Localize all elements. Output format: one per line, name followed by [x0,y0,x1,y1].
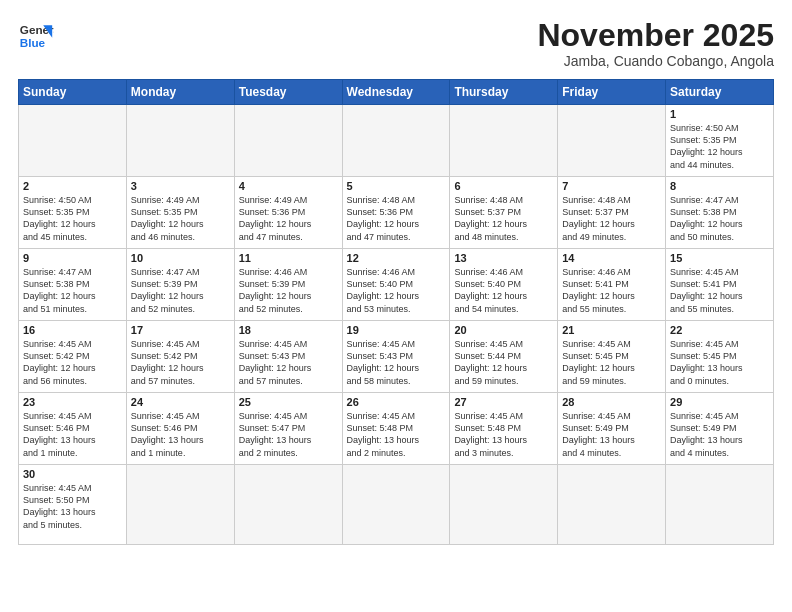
day-detail: Sunrise: 4:46 AM Sunset: 5:40 PM Dayligh… [347,266,446,315]
day-number: 19 [347,324,446,336]
header-sunday: Sunday [19,80,127,105]
day-detail: Sunrise: 4:45 AM Sunset: 5:45 PM Dayligh… [562,338,661,387]
day-number: 20 [454,324,553,336]
day-detail: Sunrise: 4:49 AM Sunset: 5:35 PM Dayligh… [131,194,230,243]
day-detail: Sunrise: 4:46 AM Sunset: 5:39 PM Dayligh… [239,266,338,315]
calendar-cell: 15Sunrise: 4:45 AM Sunset: 5:41 PM Dayli… [666,249,774,321]
day-number: 16 [23,324,122,336]
calendar-cell: 6Sunrise: 4:48 AM Sunset: 5:37 PM Daylig… [450,177,558,249]
calendar-cell: 20Sunrise: 4:45 AM Sunset: 5:44 PM Dayli… [450,321,558,393]
day-detail: Sunrise: 4:46 AM Sunset: 5:41 PM Dayligh… [562,266,661,315]
day-detail: Sunrise: 4:45 AM Sunset: 5:44 PM Dayligh… [454,338,553,387]
day-detail: Sunrise: 4:46 AM Sunset: 5:40 PM Dayligh… [454,266,553,315]
calendar-cell: 17Sunrise: 4:45 AM Sunset: 5:42 PM Dayli… [126,321,234,393]
calendar-cell: 9Sunrise: 4:47 AM Sunset: 5:38 PM Daylig… [19,249,127,321]
calendar-cell: 30Sunrise: 4:45 AM Sunset: 5:50 PM Dayli… [19,465,127,545]
calendar-cell: 29Sunrise: 4:45 AM Sunset: 5:49 PM Dayli… [666,393,774,465]
day-detail: Sunrise: 4:47 AM Sunset: 5:38 PM Dayligh… [23,266,122,315]
calendar-cell [666,465,774,545]
calendar-cell: 27Sunrise: 4:45 AM Sunset: 5:48 PM Dayli… [450,393,558,465]
calendar-cell: 24Sunrise: 4:45 AM Sunset: 5:46 PM Dayli… [126,393,234,465]
svg-text:Blue: Blue [20,36,46,49]
calendar-cell [234,465,342,545]
day-detail: Sunrise: 4:45 AM Sunset: 5:48 PM Dayligh… [454,410,553,459]
day-detail: Sunrise: 4:47 AM Sunset: 5:39 PM Dayligh… [131,266,230,315]
calendar-cell [234,105,342,177]
calendar-cell [342,465,450,545]
calendar-cell: 4Sunrise: 4:49 AM Sunset: 5:36 PM Daylig… [234,177,342,249]
day-number: 10 [131,252,230,264]
days-header-row: Sunday Monday Tuesday Wednesday Thursday… [19,80,774,105]
calendar-cell: 5Sunrise: 4:48 AM Sunset: 5:36 PM Daylig… [342,177,450,249]
title-block: November 2025 Jamba, Cuando Cobango, Ang… [537,18,774,69]
day-detail: Sunrise: 4:45 AM Sunset: 5:43 PM Dayligh… [347,338,446,387]
day-number: 27 [454,396,553,408]
header: General Blue November 2025 Jamba, Cuando… [18,18,774,69]
calendar-cell [450,105,558,177]
month-title: November 2025 [537,18,774,53]
day-detail: Sunrise: 4:45 AM Sunset: 5:45 PM Dayligh… [670,338,769,387]
day-detail: Sunrise: 4:48 AM Sunset: 5:36 PM Dayligh… [347,194,446,243]
header-monday: Monday [126,80,234,105]
day-detail: Sunrise: 4:48 AM Sunset: 5:37 PM Dayligh… [454,194,553,243]
day-detail: Sunrise: 4:48 AM Sunset: 5:37 PM Dayligh… [562,194,661,243]
calendar-cell: 28Sunrise: 4:45 AM Sunset: 5:49 PM Dayli… [558,393,666,465]
calendar-cell: 8Sunrise: 4:47 AM Sunset: 5:38 PM Daylig… [666,177,774,249]
day-detail: Sunrise: 4:45 AM Sunset: 5:47 PM Dayligh… [239,410,338,459]
calendar-cell: 19Sunrise: 4:45 AM Sunset: 5:43 PM Dayli… [342,321,450,393]
calendar-cell: 13Sunrise: 4:46 AM Sunset: 5:40 PM Dayli… [450,249,558,321]
calendar-table: Sunday Monday Tuesday Wednesday Thursday… [18,79,774,545]
day-number: 25 [239,396,338,408]
subtitle: Jamba, Cuando Cobango, Angola [537,53,774,69]
day-number: 7 [562,180,661,192]
calendar-cell: 2Sunrise: 4:50 AM Sunset: 5:35 PM Daylig… [19,177,127,249]
day-number: 23 [23,396,122,408]
day-number: 24 [131,396,230,408]
day-number: 9 [23,252,122,264]
day-number: 8 [670,180,769,192]
header-thursday: Thursday [450,80,558,105]
calendar-cell: 1Sunrise: 4:50 AM Sunset: 5:35 PM Daylig… [666,105,774,177]
calendar-cell [19,105,127,177]
logo: General Blue [18,18,54,54]
calendar-cell: 21Sunrise: 4:45 AM Sunset: 5:45 PM Dayli… [558,321,666,393]
day-number: 17 [131,324,230,336]
day-number: 4 [239,180,338,192]
calendar-cell: 22Sunrise: 4:45 AM Sunset: 5:45 PM Dayli… [666,321,774,393]
day-detail: Sunrise: 4:45 AM Sunset: 5:43 PM Dayligh… [239,338,338,387]
day-number: 29 [670,396,769,408]
calendar-cell: 23Sunrise: 4:45 AM Sunset: 5:46 PM Dayli… [19,393,127,465]
calendar-cell [558,105,666,177]
day-detail: Sunrise: 4:45 AM Sunset: 5:48 PM Dayligh… [347,410,446,459]
calendar-cell: 10Sunrise: 4:47 AM Sunset: 5:39 PM Dayli… [126,249,234,321]
header-saturday: Saturday [666,80,774,105]
calendar-cell [126,465,234,545]
calendar-cell: 18Sunrise: 4:45 AM Sunset: 5:43 PM Dayli… [234,321,342,393]
calendar-cell: 11Sunrise: 4:46 AM Sunset: 5:39 PM Dayli… [234,249,342,321]
day-number: 15 [670,252,769,264]
page: General Blue November 2025 Jamba, Cuando… [0,0,792,612]
calendar-cell: 12Sunrise: 4:46 AM Sunset: 5:40 PM Dayli… [342,249,450,321]
calendar-cell: 25Sunrise: 4:45 AM Sunset: 5:47 PM Dayli… [234,393,342,465]
header-wednesday: Wednesday [342,80,450,105]
calendar-cell: 26Sunrise: 4:45 AM Sunset: 5:48 PM Dayli… [342,393,450,465]
calendar-cell [450,465,558,545]
day-number: 2 [23,180,122,192]
calendar-cell: 3Sunrise: 4:49 AM Sunset: 5:35 PM Daylig… [126,177,234,249]
header-friday: Friday [558,80,666,105]
day-number: 3 [131,180,230,192]
logo-icon: General Blue [18,18,54,54]
day-number: 5 [347,180,446,192]
day-detail: Sunrise: 4:45 AM Sunset: 5:42 PM Dayligh… [23,338,122,387]
day-number: 18 [239,324,338,336]
day-number: 30 [23,468,122,480]
day-detail: Sunrise: 4:45 AM Sunset: 5:46 PM Dayligh… [131,410,230,459]
calendar-cell [558,465,666,545]
day-detail: Sunrise: 4:45 AM Sunset: 5:46 PM Dayligh… [23,410,122,459]
header-tuesday: Tuesday [234,80,342,105]
day-number: 13 [454,252,553,264]
day-detail: Sunrise: 4:49 AM Sunset: 5:36 PM Dayligh… [239,194,338,243]
calendar-cell: 16Sunrise: 4:45 AM Sunset: 5:42 PM Dayli… [19,321,127,393]
day-detail: Sunrise: 4:50 AM Sunset: 5:35 PM Dayligh… [670,122,769,171]
calendar-cell: 7Sunrise: 4:48 AM Sunset: 5:37 PM Daylig… [558,177,666,249]
